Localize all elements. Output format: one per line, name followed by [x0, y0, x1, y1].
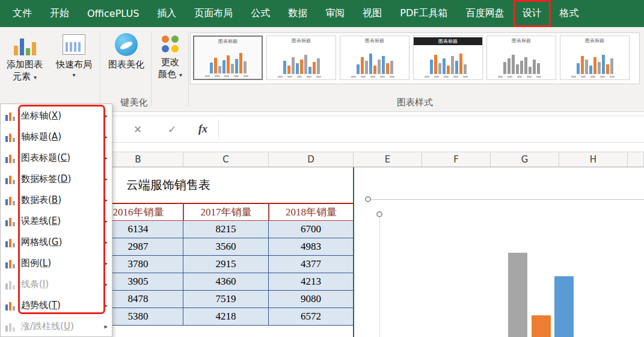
ribbon-tab-设计[interactable]: 设计	[514, 0, 551, 27]
cancel-icon[interactable]: ✕	[133, 116, 142, 142]
ribbon-tab-OfficePLUS[interactable]: OfficePLUS	[78, 0, 148, 27]
dropdown-arrow-icon: ▾	[179, 72, 182, 78]
submenu-arrow-icon: ▸	[104, 301, 108, 309]
column-header-C[interactable]: C	[183, 152, 269, 167]
chart-bar	[532, 315, 551, 337]
table-cell[interactable]: 3560	[183, 238, 269, 256]
column-header-F[interactable]: F	[422, 152, 491, 167]
chart-title-icon	[5, 153, 16, 163]
submenu-arrow-icon: ▸	[104, 112, 108, 120]
table-title-cell[interactable]: 云端服饰销售表	[93, 167, 354, 203]
add-chart-element-menu: 坐标轴(X)▸轴标题(A)▸图表标题(C)▸数据标签(D)▸数据表(B)▸误差线…	[0, 104, 112, 337]
formula-bar-separator	[218, 120, 219, 138]
table-cell[interactable]: 6700	[269, 221, 354, 238]
chart-resize-handle[interactable]	[365, 196, 371, 202]
ribbon-tab-格式[interactable]: 格式	[551, 0, 588, 27]
add-chart-element-label-2: 元素	[13, 71, 31, 82]
ribbon-tab-插入[interactable]: 插入	[148, 0, 185, 27]
thumbnail-legend	[205, 75, 251, 77]
ribbon-tab-页面布局[interactable]: 页面布局	[185, 0, 242, 27]
ribbon-tab-公式[interactable]: 公式	[242, 0, 279, 27]
add-chart-element-button[interactable]: 添加图表 元素 ▾	[1, 30, 48, 108]
menu-item-label: 线条(I)	[21, 279, 104, 290]
table-cell[interactable]: 4983	[269, 238, 354, 256]
thumbnail-title: 图表标题	[414, 37, 482, 45]
legend-icon	[5, 259, 16, 268]
gridlines-icon	[5, 238, 16, 247]
column-header-partial	[628, 152, 644, 167]
thumbnail-title: 图表标题	[194, 38, 262, 45]
table-cell[interactable]: 4213	[269, 273, 354, 291]
menu-item-7[interactable]: 网格线(G)▸	[1, 232, 112, 253]
menu-item-1[interactable]: 坐标轴(X)▸	[1, 105, 112, 126]
change-colors-label-2: 颜色	[158, 69, 176, 79]
table-header-cell[interactable]: 2017年销量	[183, 203, 269, 221]
menu-item-5[interactable]: 数据表(B)▸	[1, 190, 112, 211]
add-chart-element-icon	[11, 34, 38, 55]
thumbnail-legend	[498, 76, 545, 78]
table-cell[interactable]: 9080	[269, 291, 354, 308]
plot-resize-handle[interactable]	[376, 211, 382, 217]
chart-beautify-label: 图表美化	[103, 59, 149, 71]
menu-item-3[interactable]: 图表标题(C)▸	[1, 147, 112, 168]
menu-item-label: 涨/跌柱线(U)	[21, 321, 104, 332]
thumbnail-legend	[351, 76, 398, 78]
chart-style-thumbnail[interactable]: 图表标题	[413, 36, 483, 80]
thumbnail-legend	[278, 76, 325, 78]
menu-item-8[interactable]: 图例(L)▸	[1, 253, 112, 274]
chart-style-thumbnail[interactable]: 图表标题	[266, 36, 336, 80]
ribbon-tab-数据[interactable]: 数据	[279, 0, 316, 27]
insert-function-icon[interactable]: fx	[198, 116, 207, 142]
thumbnail-bars	[565, 45, 624, 74]
table-cell[interactable]: 7519	[183, 291, 269, 308]
table-cell[interactable]: 4218	[183, 308, 269, 326]
menu-item-label: 坐标轴(X)	[21, 110, 104, 122]
chart-bar	[554, 276, 574, 337]
table-header-cell[interactable]: 2018年销量	[269, 203, 354, 221]
ribbon-tab-bar: 文件开始OfficePLUS插入页面布局公式数据审阅视图PDF工具箱百度网盘设计…	[0, 0, 644, 27]
thumbnail-title: 图表标题	[267, 37, 336, 44]
table-cell[interactable]: 6572	[269, 308, 354, 326]
table-cell[interactable]: 4377	[269, 256, 354, 273]
column-header-G[interactable]: G	[491, 152, 559, 167]
thumbnail-bars	[492, 45, 551, 74]
chart-style-thumbnail[interactable]: 图表标题	[193, 36, 263, 80]
quick-layout-icon	[63, 34, 85, 55]
menu-item-label: 图例(L)	[21, 258, 104, 269]
menu-item-2[interactable]: 轴标题(A)▸	[1, 126, 112, 147]
embedded-chart[interactable]	[354, 167, 644, 337]
table-cell[interactable]: 2915	[183, 256, 269, 273]
axis-titles-icon	[5, 132, 16, 142]
change-colors-button[interactable]: 更改 颜色 ▾	[153, 30, 188, 108]
menu-item-6[interactable]: 误差线(E)▸	[1, 211, 112, 232]
quick-layout-button[interactable]: 快速布局 ▾	[51, 30, 97, 108]
menu-item-label: 图表标题(C)	[21, 152, 104, 164]
ribbon-tab-文件[interactable]: 文件	[4, 0, 41, 27]
submenu-arrow-icon: ▸	[104, 196, 108, 204]
menu-item-10[interactable]: 趋势线(T)▸	[1, 295, 112, 316]
table-cell[interactable]: 8215	[183, 221, 269, 238]
ribbon-tab-百度网盘[interactable]: 百度网盘	[457, 0, 514, 27]
menu-item-label: 网格线(G)	[21, 237, 104, 248]
chart-style-thumbnail[interactable]: 图表标题	[560, 36, 630, 80]
thumbnail-title: 图表标题	[487, 37, 556, 44]
ribbon-tab-视图[interactable]: 视图	[354, 0, 391, 27]
chart-style-thumbnail[interactable]: 图表标题	[340, 36, 409, 80]
ribbon-group-separator	[100, 32, 100, 107]
thumbnail-bars	[419, 45, 477, 74]
ribbon-tab-PDF工具箱[interactable]: PDF工具箱	[391, 0, 456, 27]
column-header-D[interactable]: D	[269, 152, 354, 167]
table-cell[interactable]: 4360	[183, 273, 269, 291]
thumbnail-bars	[199, 46, 257, 73]
thumbnail-legend	[571, 76, 618, 78]
ribbon-tab-审阅[interactable]: 审阅	[316, 0, 354, 27]
enter-icon[interactable]: ✓	[168, 116, 176, 142]
column-header-E[interactable]: E	[354, 152, 422, 167]
submenu-arrow-icon: ▸	[104, 238, 108, 246]
menu-item-label: 轴标题(A)	[21, 131, 104, 143]
chart-style-thumbnail[interactable]: 图表标题	[486, 36, 556, 80]
column-header-H[interactable]: H	[559, 152, 628, 167]
ribbon-group-separator	[151, 32, 152, 107]
menu-item-4[interactable]: 数据标签(D)▸	[1, 168, 112, 190]
ribbon-tab-开始[interactable]: 开始	[41, 0, 78, 27]
